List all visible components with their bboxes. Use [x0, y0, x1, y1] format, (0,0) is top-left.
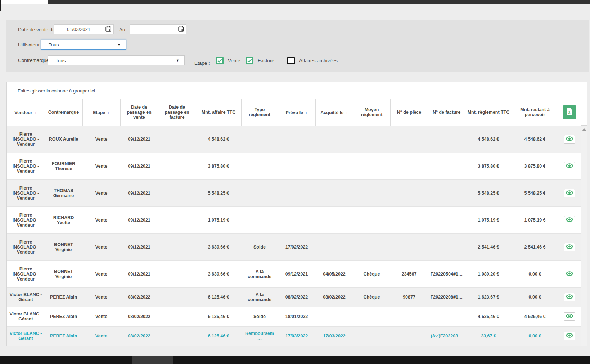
column-header[interactable]: N° de pièce	[390, 99, 428, 126]
checkbox-label: Vente	[228, 58, 240, 63]
table-cell: 1 075,19 €	[512, 206, 558, 233]
countermark-label: Contremarque :	[18, 58, 52, 63]
bottom-scrollbar-thumb[interactable]	[132, 356, 173, 364]
vertical-scrollbar[interactable]	[581, 99, 587, 346]
checkbox-unchecked-icon[interactable]	[287, 57, 295, 64]
table-cell: 1 075,19 €	[196, 206, 241, 233]
column-header[interactable]: Acquitté le↑	[315, 99, 353, 126]
column-header[interactable]: Date de passage en facture	[158, 99, 196, 126]
view-row-button[interactable]	[564, 332, 575, 340]
calendar-icon	[178, 26, 184, 33]
column-header[interactable]: Prévu le↑	[278, 99, 315, 126]
table-cell	[158, 126, 196, 153]
scroll-up-arrow-icon[interactable]	[582, 128, 586, 131]
column-header-label: N° de facture	[433, 110, 460, 115]
table-row[interactable]: Pierre INSOLADO - VendeurBONNET Virginie…	[7, 233, 581, 260]
column-header[interactable]: N° de facture	[428, 99, 465, 126]
table-cell: PEREZ Alain	[45, 326, 82, 346]
table-cell: 1 075,19 €	[465, 206, 512, 233]
table-cell	[278, 153, 315, 179]
column-header[interactable]: Vendeur↑	[7, 99, 45, 126]
table-cell: 09/12/2021	[278, 260, 315, 287]
date-from-input[interactable]	[54, 24, 103, 34]
table-cell: Pierre INSOLADO - Vendeur	[7, 206, 45, 233]
column-header[interactable]: Contremarque	[45, 99, 82, 126]
column-header[interactable]: Mnt. affaire TTC	[196, 99, 241, 126]
view-row-button[interactable]	[564, 135, 575, 144]
date-to-calendar-button[interactable]	[176, 24, 186, 34]
table-cell: 3 875,80 €	[465, 153, 512, 179]
table-row[interactable]: Victor BLANC - GérantPEREZ AlainVente08/…	[7, 326, 581, 346]
table-row[interactable]: Pierre INSOLADO - VendeurROUX AurelieVen…	[7, 126, 581, 153]
table-row[interactable]: Pierre INSOLADO - VendeurFOURNIER Theres…	[7, 153, 581, 179]
table-cell: 17/03/2022	[278, 326, 315, 346]
table-cell: 09/12/2021	[120, 179, 158, 206]
date-from-label: Date de vente du	[18, 27, 55, 32]
view-row-button[interactable]	[564, 243, 575, 251]
table-row[interactable]: Victor BLANC - GérantPEREZ AlainVente08/…	[7, 287, 581, 307]
view-row-button[interactable]	[564, 216, 575, 224]
results-table: Vendeur↑ContremarqueEtape↑Date de passag…	[7, 99, 581, 346]
table-cell: 23,67 €	[465, 326, 512, 346]
column-header[interactable]: Mnt. règlement TTC	[465, 99, 512, 126]
countermark-select[interactable]: Tous ▼	[48, 55, 185, 65]
stage-checkbox-3: Affaires archivées	[287, 57, 338, 64]
table-row[interactable]: Victor BLANC - GérantPEREZ AlainVente08/…	[7, 307, 581, 326]
sort-ascending-icon: ↑	[346, 110, 348, 115]
column-header[interactable]: Type règlement	[241, 99, 278, 126]
table-cell: 3 630,66 €	[196, 233, 241, 260]
checkbox-checked-icon[interactable]	[216, 57, 224, 64]
view-row-button[interactable]	[564, 312, 575, 321]
table-cell	[428, 233, 465, 260]
table-cell: Pierre INSOLADO - Vendeur	[7, 233, 45, 260]
view-row-button[interactable]	[564, 189, 575, 197]
table-row[interactable]: Pierre INSOLADO - VendeurBONNET Virginie…	[7, 260, 581, 287]
column-header[interactable]: Mnt. restant à percevoir	[512, 99, 558, 126]
column-header[interactable]: Moyen règlement	[353, 99, 390, 126]
group-drop-zone[interactable]: Faites glisser la colonne à grouper ici	[7, 82, 587, 99]
table-cell: 3 630,66 €	[196, 260, 241, 287]
group-hint-text: Faites glisser la colonne à grouper ici	[18, 88, 95, 94]
column-header[interactable]: Date de passage en vente	[120, 99, 158, 126]
chevron-down-icon: ▼	[176, 59, 179, 62]
bottom-taskbar	[0, 356, 590, 364]
calendar-icon	[105, 26, 112, 33]
table-cell	[428, 153, 465, 179]
table-cell	[315, 233, 353, 260]
table-row[interactable]: Pierre INSOLADO - VendeurTHOMAS Germaine…	[7, 179, 581, 206]
sort-ascending-icon: ↑	[305, 110, 308, 115]
view-row-button[interactable]	[564, 293, 575, 301]
table-cell	[315, 126, 353, 153]
browser-tab[interactable]	[1, 0, 48, 4]
table-cell: 4 548,62 €	[196, 126, 241, 153]
column-header-label: Mnt. règlement TTC	[468, 110, 510, 115]
table-cell: 09/12/2021	[120, 126, 158, 153]
checkbox-checked-icon[interactable]	[246, 57, 253, 64]
table-cell: 4 548,62 €	[512, 126, 558, 153]
table-cell: 0,00 €	[512, 260, 558, 287]
excel-export-button[interactable]: x̂	[563, 105, 576, 119]
view-row-button[interactable]	[564, 162, 575, 170]
table-cell: 1 089,20 €	[465, 260, 512, 287]
date-to-input[interactable]	[130, 24, 176, 34]
row-action-cell	[558, 179, 581, 206]
user-select[interactable]: Tous ▼	[41, 40, 126, 50]
table-cell: RICHARD Yvette	[45, 206, 82, 233]
chevron-down-icon: ▼	[117, 43, 121, 46]
table-cell: 0,00 €	[512, 287, 558, 307]
table-cell: Pierre INSOLADO - Vendeur	[7, 260, 45, 287]
table-cell	[158, 307, 196, 326]
table-cell: 3 875,80 €	[196, 153, 241, 179]
stage-label: Etape :	[194, 60, 210, 66]
table-cell	[353, 179, 390, 206]
table-cell: 234567	[390, 260, 428, 287]
table-row[interactable]: Pierre INSOLADO - VendeurRICHARD YvetteV…	[7, 206, 581, 233]
column-header-label: Date de passage en facture	[165, 105, 189, 120]
table-cell: 2 541,46 €	[465, 233, 512, 260]
table-cell: 08/02/2022	[278, 287, 315, 307]
date-from-calendar-button[interactable]	[103, 24, 114, 34]
column-header[interactable]: Etape↑	[82, 99, 120, 126]
scrollbar-track[interactable]	[581, 126, 587, 346]
eye-icon	[566, 313, 573, 320]
view-row-button[interactable]	[564, 270, 575, 278]
